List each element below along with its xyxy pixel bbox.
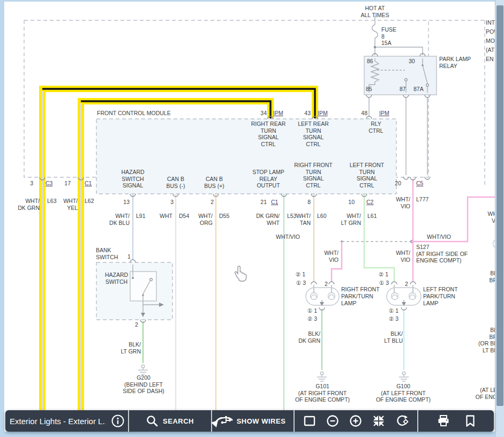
- label-right-front-turn: RIGHT FRONT TURN SIGNAL CTRL: [289, 162, 337, 189]
- link-c3[interactable]: C3: [46, 180, 52, 187]
- ground-g101: [317, 372, 327, 381]
- rlamp-pin-1-1: ① 1: [307, 307, 317, 314]
- label-wht-vio-branch: WHT/ VIO: [307, 250, 338, 263]
- label-l60: L60: [317, 213, 327, 220]
- wiring-diagram-viewer: HOT AT ALL TIMES FUSE 8 15A 86 30 85 87 …: [0, 0, 504, 437]
- pin-10: 10: [344, 199, 355, 206]
- pin-13: 13: [119, 199, 130, 206]
- label-blk-dk-grn: BLK/ DK GRN: [289, 330, 320, 344]
- relay-pin-86: 86: [367, 58, 373, 65]
- rlamp-pin-1-3: ① 3: [296, 280, 306, 287]
- label-rly-ctrl: RLY CTRL: [360, 120, 392, 134]
- pin-43: 43: [300, 110, 311, 117]
- label-wht-vio-splice-left: WHT/VIO: [276, 233, 300, 240]
- pin-3: 3: [22, 180, 33, 187]
- rotate-icon[interactable]: [395, 415, 409, 427]
- viewer-toolbar: Exterior Lights - Exterior L... SEARCH: [5, 410, 494, 432]
- label-dk-grn-wht: DK GRN/ WHT: [249, 213, 280, 226]
- pin-21: 21: [256, 199, 267, 206]
- label-wht-dk-grn: WHT/ DK GRN: [9, 198, 40, 211]
- label-blk-lt-grn: BLK/ LT GRN: [110, 341, 141, 355]
- label-wht-tan: WHT/ TAN: [280, 213, 311, 226]
- label-left-front-turn: LEFT FRONT TURN SIGNAL CTRL: [343, 162, 391, 189]
- llamp-pin-2-3: ② 3: [389, 315, 398, 322]
- search-button[interactable]: SEARCH: [146, 415, 194, 427]
- rlamp-pin-2: 2: [325, 281, 328, 288]
- label-g100: G100 (AT LEFT FRONT OF ENGINE COMPT): [366, 383, 441, 403]
- label-left-rear-turn: LEFT REAR TURN SIGNAL CTRL: [289, 120, 337, 147]
- bank-pin-1: 1: [127, 253, 131, 260]
- label-l61: L61: [367, 213, 377, 220]
- label-wht-vio-splice-right: WHT/VIO: [427, 233, 451, 240]
- label-wht-dk-blu: WHT/ DK BLU: [99, 213, 130, 226]
- label-wht-lt-grn: WHT/ LT GRN: [330, 213, 361, 226]
- label-s127: S127 (AT RIGHT SIDE OF ENGINE COMPT): [416, 244, 475, 264]
- search-icon: [146, 415, 158, 427]
- search-label: SEARCH: [163, 417, 194, 425]
- pin-48: 48: [357, 110, 367, 117]
- link-c1-b[interactable]: C1: [271, 199, 278, 206]
- ground-g200: [138, 365, 148, 374]
- link-c1-a[interactable]: C1: [85, 180, 92, 187]
- show-wires-label: SHOW WIRES: [237, 417, 286, 425]
- label-left-front-park-turn-lamp: LEFT FRONT PARK/TURN LAMP: [423, 286, 471, 307]
- llamp-pin-1-3: ① 3: [379, 280, 389, 287]
- rlamp-pin-2-3: ② 3: [307, 315, 317, 322]
- label-wht-org: WHT/ ORG: [182, 213, 213, 226]
- label-g101: G101 (AT RIGHT FRONT OF ENGINE COMPT): [285, 383, 360, 403]
- llamp-pin-2: 2: [405, 281, 408, 288]
- label-bank-switch: BANK SWITCH: [96, 247, 118, 260]
- label-canb-minus: CAN B BUS (-): [157, 176, 194, 189]
- hand-cursor: [234, 265, 250, 283]
- label-blk-lt-blu: BLK/ LT BLU: [372, 330, 403, 344]
- pin-2b: 2: [203, 199, 214, 206]
- print-icon[interactable]: [437, 415, 450, 427]
- relay-pin-87: 87: [400, 86, 406, 93]
- link-ipm-2[interactable]: IPM: [318, 110, 328, 117]
- label-wht: WHT: [141, 213, 172, 220]
- rlamp-pin-2-1: ② 1: [296, 271, 305, 278]
- ground-symbols: [138, 365, 409, 381]
- scrollbar-thumb[interactable]: [497, 5, 503, 406]
- rectangle-select-icon[interactable]: [303, 415, 316, 427]
- zoom-in-icon[interactable]: [349, 415, 362, 427]
- label-right-rear-turn: RIGHT REAR TURN SIGNAL CTRL: [244, 120, 292, 147]
- relay-pin-30: 30: [409, 58, 415, 65]
- pin-8: 8: [300, 199, 311, 206]
- llamp-pin-1-1: ① 1: [389, 307, 398, 314]
- label-hazard-switch-signal: HAZARD SWITCH SIGNAL: [109, 169, 157, 189]
- pin-17: 17: [60, 180, 71, 187]
- search-section: SEARCH: [129, 410, 212, 432]
- label-hot-at-all-times: HOT AT ALL TIMES: [351, 5, 399, 18]
- undo-icon[interactable]: [208, 417, 236, 432]
- bookmark-icon[interactable]: [464, 415, 476, 427]
- fuse-symbol: [372, 25, 378, 38]
- bank-pin-2: 2: [135, 321, 138, 328]
- label-canb-plus: CAN B BUS (+): [195, 176, 233, 189]
- label-hazard-switch: HAZARD SWITCH: [102, 272, 131, 285]
- label-frag-blk-brn: BL BR: [465, 270, 497, 283]
- vertical-scrollbar[interactable]: [495, 0, 504, 437]
- link-c2[interactable]: C2: [366, 199, 373, 206]
- label-park-lamp-relay: PARK LAMP RELAY: [439, 56, 471, 69]
- label-frag-wht-vio: WH VI: [465, 210, 497, 224]
- diagram-title-section: Exterior Lights - Exterior L...: [5, 410, 129, 432]
- pin-20: 20: [390, 180, 401, 187]
- pin-34: 34: [256, 110, 267, 117]
- relay-pin-87a: 87A: [413, 86, 424, 93]
- fit-to-screen-icon[interactable]: [372, 415, 385, 427]
- link-c5[interactable]: C5: [416, 180, 423, 187]
- label-front-control-module: FRONT CONTROL MODULE: [97, 110, 171, 117]
- label-l62: L62: [85, 198, 94, 205]
- link-ipm-1[interactable]: IPM: [273, 110, 283, 117]
- label-stop-lamp-relay: STOP LAMP RELAY OUTPUT: [244, 169, 292, 189]
- label-wht-vio-main: WHT/ VIO: [379, 250, 410, 263]
- info-icon[interactable]: [111, 414, 125, 428]
- label-d55: D55: [219, 213, 229, 220]
- link-ipm-3[interactable]: IPM: [379, 110, 389, 117]
- zoom-out-icon[interactable]: [326, 415, 339, 427]
- pin-3b: 3: [163, 199, 174, 206]
- label-fuse: FUSE 8 15A: [381, 26, 396, 47]
- label-l777: L777: [416, 196, 428, 203]
- label-wht-yel: WHT/ YEL: [47, 198, 78, 211]
